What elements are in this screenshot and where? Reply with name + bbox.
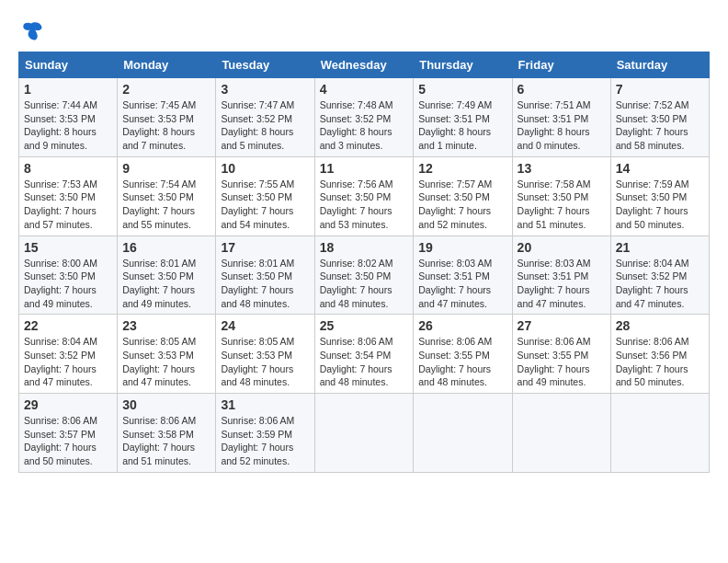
calendar-cell: 10 Sunrise: 7:55 AM Sunset: 3:50 PM Dayl… [216,156,314,236]
weekday-header-sunday: Sunday [19,52,118,78]
calendar-cell: 15 Sunrise: 8:00 AM Sunset: 3:50 PM Dayl… [19,236,118,315]
calendar-cell: 6 Sunrise: 7:51 AM Sunset: 3:51 PM Dayli… [512,78,610,157]
day-number: 3 [221,82,309,97]
calendar-cell: 25 Sunrise: 8:06 AM Sunset: 3:54 PM Dayl… [314,315,414,394]
weekday-header-wednesday: Wednesday [314,52,414,78]
day-info: Sunrise: 7:54 AM Sunset: 3:50 PM Dayligh… [122,178,210,232]
calendar-cell: 3 Sunrise: 7:47 AM Sunset: 3:52 PM Dayli… [216,78,314,157]
day-number: 7 [616,82,704,97]
day-number: 8 [24,161,112,176]
day-number: 5 [418,82,506,97]
day-info: Sunrise: 7:44 AM Sunset: 3:53 PM Dayligh… [24,98,112,153]
day-info: Sunrise: 8:01 AM Sunset: 3:50 PM Dayligh… [221,257,309,311]
day-info: Sunrise: 7:55 AM Sunset: 3:50 PM Dayligh… [221,178,309,232]
calendar-cell: 26 Sunrise: 8:06 AM Sunset: 3:55 PM Dayl… [414,315,512,394]
calendar-week-2: 8 Sunrise: 7:53 AM Sunset: 3:50 PM Dayli… [19,156,710,236]
day-number: 21 [616,240,704,255]
page-header [18,18,710,44]
day-info: Sunrise: 8:00 AM Sunset: 3:50 PM Dayligh… [24,257,112,311]
day-number: 13 [518,161,606,176]
day-number: 14 [616,161,704,176]
day-number: 31 [221,397,309,412]
day-info: Sunrise: 7:45 AM Sunset: 3:53 PM Dayligh… [122,98,210,153]
day-info: Sunrise: 8:03 AM Sunset: 3:51 PM Dayligh… [518,257,606,311]
day-info: Sunrise: 7:53 AM Sunset: 3:50 PM Dayligh… [24,178,112,232]
day-info: Sunrise: 8:05 AM Sunset: 3:53 PM Dayligh… [122,335,210,389]
calendar-cell: 20 Sunrise: 8:03 AM Sunset: 3:51 PM Dayl… [512,236,610,315]
day-number: 27 [518,318,606,333]
calendar-cell: 31 Sunrise: 8:06 AM Sunset: 3:59 PM Dayl… [216,394,314,473]
day-info: Sunrise: 8:06 AM Sunset: 3:55 PM Dayligh… [418,335,506,389]
calendar-cell: 4 Sunrise: 7:48 AM Sunset: 3:52 PM Dayli… [314,78,414,157]
day-number: 24 [221,318,309,333]
day-info: Sunrise: 8:06 AM Sunset: 3:58 PM Dayligh… [122,414,210,468]
day-number: 22 [24,318,112,333]
day-number: 19 [418,240,506,255]
weekday-header-row: SundayMondayTuesdayWednesdayThursdayFrid… [19,52,710,78]
day-info: Sunrise: 8:05 AM Sunset: 3:53 PM Dayligh… [221,335,309,389]
day-info: Sunrise: 7:48 AM Sunset: 3:52 PM Dayligh… [320,98,409,153]
day-info: Sunrise: 7:57 AM Sunset: 3:50 PM Dayligh… [418,178,506,232]
day-info: Sunrise: 7:52 AM Sunset: 3:50 PM Dayligh… [616,98,704,153]
day-number: 9 [122,161,210,176]
calendar-cell: 12 Sunrise: 7:57 AM Sunset: 3:50 PM Dayl… [414,156,512,236]
day-number: 10 [221,161,309,176]
day-number: 18 [320,240,409,255]
day-number: 2 [122,82,210,97]
weekday-header-tuesday: Tuesday [216,52,314,78]
calendar-cell: 21 Sunrise: 8:04 AM Sunset: 3:52 PM Dayl… [610,236,709,315]
calendar-cell: 5 Sunrise: 7:49 AM Sunset: 3:51 PM Dayli… [414,78,512,157]
day-number: 23 [122,318,210,333]
day-number: 15 [24,240,112,255]
day-number: 4 [320,82,409,97]
calendar-week-4: 22 Sunrise: 8:04 AM Sunset: 3:52 PM Dayl… [19,315,710,394]
calendar-cell: 29 Sunrise: 8:06 AM Sunset: 3:57 PM Dayl… [19,394,118,473]
calendar-week-1: 1 Sunrise: 7:44 AM Sunset: 3:53 PM Dayli… [19,78,710,157]
day-info: Sunrise: 8:02 AM Sunset: 3:50 PM Dayligh… [320,257,409,311]
day-number: 12 [418,161,506,176]
calendar-cell: 7 Sunrise: 7:52 AM Sunset: 3:50 PM Dayli… [610,78,709,157]
calendar-cell: 28 Sunrise: 8:06 AM Sunset: 3:56 PM Dayl… [610,315,709,394]
calendar-cell [610,394,709,473]
day-number: 30 [122,397,210,412]
calendar-cell: 24 Sunrise: 8:05 AM Sunset: 3:53 PM Dayl… [216,315,314,394]
day-info: Sunrise: 8:04 AM Sunset: 3:52 PM Dayligh… [24,335,112,389]
day-info: Sunrise: 7:56 AM Sunset: 3:50 PM Dayligh… [320,178,409,232]
calendar-cell: 1 Sunrise: 7:44 AM Sunset: 3:53 PM Dayli… [19,78,118,157]
day-number: 29 [24,397,112,412]
logo-bird-icon [18,18,44,44]
day-info: Sunrise: 7:59 AM Sunset: 3:50 PM Dayligh… [616,178,704,232]
calendar-cell: 2 Sunrise: 7:45 AM Sunset: 3:53 PM Dayli… [118,78,216,157]
day-info: Sunrise: 8:06 AM Sunset: 3:54 PM Dayligh… [320,335,409,389]
day-info: Sunrise: 8:06 AM Sunset: 3:57 PM Dayligh… [24,414,112,468]
calendar-cell: 23 Sunrise: 8:05 AM Sunset: 3:53 PM Dayl… [118,315,216,394]
calendar-cell: 18 Sunrise: 8:02 AM Sunset: 3:50 PM Dayl… [314,236,414,315]
calendar-cell: 11 Sunrise: 7:56 AM Sunset: 3:50 PM Dayl… [314,156,414,236]
calendar-cell: 22 Sunrise: 8:04 AM Sunset: 3:52 PM Dayl… [19,315,118,394]
calendar-cell: 30 Sunrise: 8:06 AM Sunset: 3:58 PM Dayl… [118,394,216,473]
day-info: Sunrise: 8:03 AM Sunset: 3:51 PM Dayligh… [418,257,506,311]
weekday-header-monday: Monday [118,52,216,78]
logo [18,18,48,44]
calendar-cell: 13 Sunrise: 7:58 AM Sunset: 3:50 PM Dayl… [512,156,610,236]
day-info: Sunrise: 8:06 AM Sunset: 3:59 PM Dayligh… [221,414,309,468]
day-number: 20 [518,240,606,255]
day-number: 28 [616,318,704,333]
calendar-cell: 8 Sunrise: 7:53 AM Sunset: 3:50 PM Dayli… [19,156,118,236]
day-number: 11 [320,161,409,176]
day-info: Sunrise: 7:58 AM Sunset: 3:50 PM Dayligh… [518,178,606,232]
weekday-header-friday: Friday [512,52,610,78]
day-info: Sunrise: 8:01 AM Sunset: 3:50 PM Dayligh… [122,257,210,311]
calendar-cell [314,394,414,473]
day-number: 16 [122,240,210,255]
weekday-header-thursday: Thursday [414,52,512,78]
day-number: 6 [518,82,606,97]
day-number: 25 [320,318,409,333]
calendar-cell: 16 Sunrise: 8:01 AM Sunset: 3:50 PM Dayl… [118,236,216,315]
calendar-cell: 17 Sunrise: 8:01 AM Sunset: 3:50 PM Dayl… [216,236,314,315]
calendar-cell [414,394,512,473]
day-info: Sunrise: 8:06 AM Sunset: 3:55 PM Dayligh… [518,335,606,389]
day-info: Sunrise: 7:47 AM Sunset: 3:52 PM Dayligh… [221,98,309,153]
day-info: Sunrise: 7:49 AM Sunset: 3:51 PM Dayligh… [418,98,506,153]
day-info: Sunrise: 7:51 AM Sunset: 3:51 PM Dayligh… [518,98,606,153]
